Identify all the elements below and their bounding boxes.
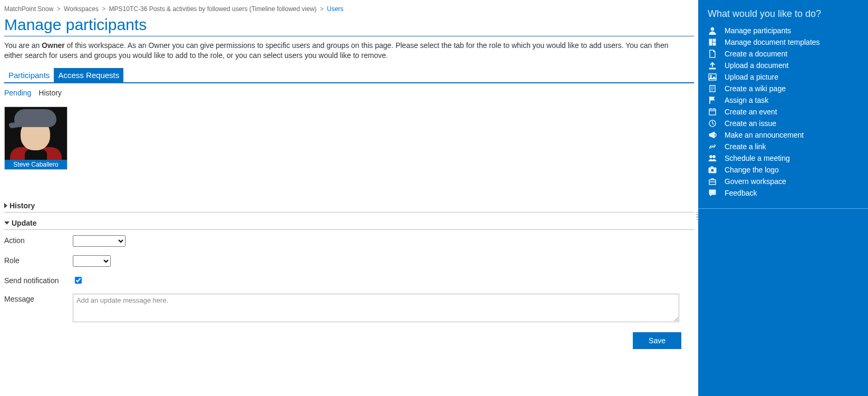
sidebar-action-label: Feedback (725, 189, 757, 197)
subtabs: Pending History (4, 89, 694, 97)
sidebar-action-upload-a-picture[interactable]: Upload a picture (708, 71, 859, 83)
intro-prefix: You are an (4, 41, 42, 50)
templates-icon (708, 38, 717, 46)
section-divider (4, 229, 694, 230)
sidebar-action-create-an-issue[interactable]: Create an issue (708, 118, 859, 129)
intro-role: Owner (42, 41, 65, 50)
breadcrumb-workspaces[interactable]: Workspaces (64, 5, 99, 13)
sidebar-action-create-a-document[interactable]: Create a document (708, 48, 859, 60)
comment-icon (708, 189, 717, 197)
tabs: Participants Access Requests (4, 68, 694, 83)
document-icon (708, 50, 717, 58)
title-divider (4, 36, 694, 36)
section-divider (4, 212, 694, 213)
resize-handle[interactable]: ⋮⋮ (694, 214, 701, 218)
sidebar-action-manage-participants[interactable]: Manage participants (708, 25, 859, 36)
tab-access-requests[interactable]: Access Requests (54, 68, 123, 82)
subtab-history[interactable]: History (38, 89, 62, 97)
breadcrumb-item[interactable]: MPS10TC-36 Posts & activities by followe… (109, 5, 317, 13)
sidebar-action-label: Manage participants (725, 26, 791, 35)
sidebar-action-change-the-logo[interactable]: Change the logo (708, 164, 859, 176)
intro-rest: of this workspace. As an Owner you can g… (4, 41, 668, 60)
sidebar-title: What would you like to do? (708, 8, 859, 20)
caret-down-icon (4, 221, 9, 225)
megaphone-icon (708, 131, 717, 139)
clock-icon (708, 119, 717, 128)
sidebar-action-assign-a-task[interactable]: Assign a task (708, 94, 859, 106)
picture-icon (708, 73, 717, 81)
people-icon (708, 154, 717, 162)
sidebar-divider (698, 208, 868, 209)
subtab-pending[interactable]: Pending (4, 89, 31, 97)
message-label: Message (4, 294, 73, 303)
sidebar-action-label: Create an issue (725, 119, 776, 128)
sidebar-action-label: Govern workspace (725, 177, 786, 186)
sidebar-action-label: Create a document (725, 50, 787, 58)
send-notification-label: Send notification (4, 275, 73, 285)
sidebar: ⋮⋮ What would you like to do? Manage par… (698, 0, 868, 396)
sidebar-action-label: Change the logo (725, 166, 779, 174)
sidebar-action-create-a-wiki-page[interactable]: Create a wiki page (708, 83, 859, 94)
camera-icon (708, 166, 717, 174)
sidebar-action-label: Create a wiki page (725, 84, 786, 93)
sidebar-action-schedule-a-meeting[interactable]: Schedule a meeting (708, 152, 859, 164)
breadcrumb-current: Users (327, 5, 343, 13)
sidebar-action-govern-workspace[interactable]: Govern workspace (708, 176, 859, 187)
section-update-label: Update (12, 219, 36, 227)
sidebar-action-label: Assign a task (725, 96, 768, 104)
sidebar-action-list: Manage participantsManage document templ… (708, 25, 859, 199)
send-notification-checkbox[interactable] (75, 277, 82, 284)
save-button[interactable]: Save (633, 332, 681, 349)
sidebar-action-label: Create a link (725, 142, 766, 151)
page-title: Manage participants (4, 16, 694, 34)
tab-participants[interactable]: Participants (4, 68, 54, 82)
sidebar-action-label: Schedule a meeting (725, 154, 790, 162)
wiki-icon (708, 84, 717, 93)
calendar-icon (708, 108, 717, 116)
role-select[interactable] (73, 255, 111, 267)
section-update-header[interactable]: Update (4, 218, 694, 229)
sidebar-action-label: Upload a document (725, 61, 788, 70)
user-icon (708, 26, 717, 35)
sidebar-action-upload-a-document[interactable]: Upload a document (708, 60, 859, 71)
breadcrumb-root[interactable]: MatchPoint Snow (4, 5, 53, 13)
caret-right-icon (4, 203, 7, 208)
sidebar-action-label: Make an announcement (725, 131, 804, 139)
upload-icon (708, 61, 717, 70)
user-card[interactable]: Steve Caballero (4, 107, 67, 170)
breadcrumb: MatchPoint Snow > Workspaces > MPS10TC-3… (4, 4, 694, 14)
sidebar-action-make-an-announcement[interactable]: Make an announcement (708, 129, 859, 141)
user-photo (5, 107, 67, 160)
sidebar-action-label: Create an event (725, 108, 777, 116)
role-label: Role (4, 255, 73, 265)
action-select[interactable] (73, 235, 126, 247)
sidebar-action-manage-document-templates[interactable]: Manage document templates (708, 36, 859, 48)
action-label: Action (4, 235, 73, 245)
sidebar-action-label: Upload a picture (725, 73, 778, 81)
link-icon (708, 142, 717, 151)
section-history-label: History (9, 201, 35, 210)
flag-icon (708, 96, 717, 104)
sidebar-action-create-a-link[interactable]: Create a link (708, 141, 859, 152)
message-textarea[interactable] (73, 294, 679, 322)
intro-text: You are an Owner of this workspace. As a… (4, 41, 679, 61)
user-name: Steve Caballero (5, 160, 67, 169)
sidebar-action-label: Manage document templates (725, 38, 820, 46)
section-history-header[interactable]: History (4, 200, 694, 212)
sidebar-action-create-an-event[interactable]: Create an event (708, 106, 859, 118)
briefcase-icon (708, 177, 717, 186)
sidebar-action-feedback[interactable]: Feedback (708, 187, 859, 199)
